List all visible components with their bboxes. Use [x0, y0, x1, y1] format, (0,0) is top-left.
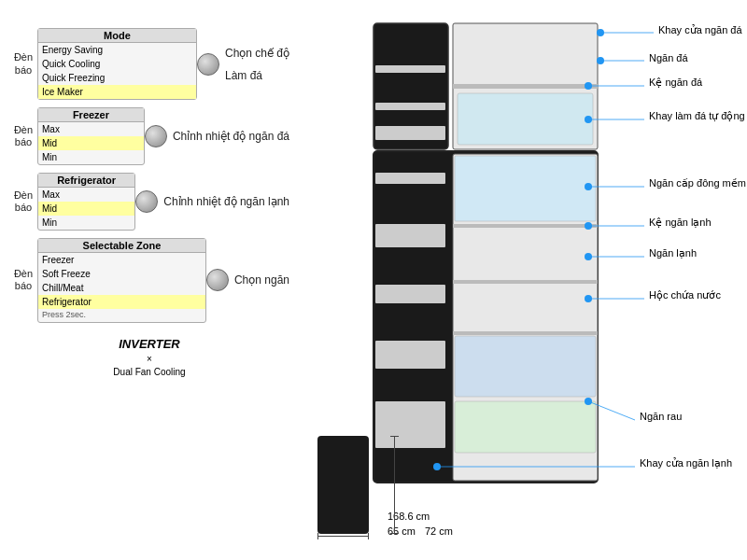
- freezer-mid: Mid: [38, 136, 144, 150]
- height-arrow: [394, 436, 395, 534]
- freezer-max: Max: [38, 122, 144, 136]
- led-label-fridge: Đèn báo: [9, 189, 37, 214]
- label-khay-cua-ngan-lanh: Khay cửa ngăn lạnh: [640, 457, 732, 469]
- svg-rect-19: [455, 336, 596, 397]
- led-label-zone: Đèn báo: [9, 268, 37, 292]
- svg-rect-6: [375, 126, 445, 140]
- fridge-max: Max: [38, 188, 134, 202]
- freezer-section: Đèn báo Freezer Max Mid Min Chỉnh nhiệt …: [9, 107, 289, 165]
- fridge-section: Đèn báo Refrigerator Max Mid Min Chỉnh n…: [9, 173, 289, 231]
- inverter-title: INVERTER: [119, 337, 180, 351]
- svg-rect-11: [453, 331, 598, 335]
- led-label-mode: Đèn báo: [9, 51, 37, 76]
- freezer-knob[interactable]: [145, 125, 167, 147]
- width-arrow-wrapper: [317, 536, 369, 537]
- svg-rect-10: [453, 280, 598, 284]
- annotation-fridge: Chỉnh nhiệt độ ngăn lạnh: [163, 195, 289, 208]
- svg-rect-13: [375, 173, 445, 184]
- label-khay-cua-ngan-da: Khay cửa ngăn đá: [658, 24, 742, 36]
- fridge-header: Refrigerator: [38, 174, 134, 188]
- svg-rect-16: [375, 341, 445, 369]
- fridge-mini-wrapper: [317, 436, 369, 537]
- freezer-min: Min: [38, 150, 144, 164]
- mode-knob[interactable]: [197, 53, 219, 76]
- label-khay-lam-da: Khay làm đá tự động: [649, 110, 745, 122]
- svg-rect-15: [375, 285, 445, 303]
- led-label-freezer: Đèn báo: [9, 124, 37, 148]
- inverter-label: INVERTER × Dual Fan Cooling: [9, 336, 289, 379]
- annotation-freezer: Chỉnh nhiệt độ ngăn đá: [173, 130, 289, 143]
- freezer-header: Freezer: [38, 108, 144, 122]
- label-ngan-lanh: Ngăn lạnh: [649, 247, 697, 259]
- fridge-mini-body: [317, 436, 369, 534]
- svg-rect-3: [458, 93, 593, 145]
- fridge-mid: Mid: [38, 202, 134, 216]
- fridge-knob[interactable]: [135, 190, 158, 213]
- zone-refrigerator: Refrigerator: [38, 295, 205, 309]
- right-panel: Khay cửa ngăn đá Ngăn đá Kệ ngăn đá Khay…: [299, 9, 738, 551]
- dim-width1: 65 cm: [388, 525, 416, 537]
- inverter-x: ×: [9, 353, 289, 366]
- svg-rect-5: [375, 103, 445, 110]
- zone-freezer: Freezer: [38, 253, 205, 267]
- dim-height: 168.6 cm: [388, 511, 453, 522]
- annotation-zone: Chọn ngăn: [234, 273, 289, 287]
- inverter-fan: Dual Fan Cooling: [9, 366, 289, 379]
- fridge-panel: Refrigerator Max Mid Min: [37, 173, 135, 231]
- label-ke-ngan-lanh: Kệ ngăn lạnh: [649, 217, 712, 229]
- zone-press-note: Press 2sec.: [38, 309, 205, 322]
- annotation-chon-che-do: Chọn chế độ: [225, 47, 289, 60]
- svg-rect-9: [453, 224, 598, 228]
- label-ngan-da: Ngăn đá: [649, 52, 688, 63]
- fridge-min: Min: [38, 216, 134, 230]
- zone-chill: Chill/Meat: [38, 281, 205, 295]
- mode-section: Đèn báo Mode Energy Saving Quick Cooling…: [9, 28, 289, 100]
- label-ke-ngan-da: Kệ ngăn đá: [649, 77, 702, 89]
- mode-row-quick-freezing: Quick Freezing: [38, 71, 196, 85]
- zone-panel: Selectable Zone Freezer Soft Freeze Chil…: [37, 238, 206, 323]
- zone-soft-freeze: Soft Freeze: [38, 267, 205, 281]
- mode-row-energy: Energy Saving: [38, 43, 196, 57]
- main-container: Đèn báo Mode Energy Saving Quick Cooling…: [0, 0, 747, 560]
- dim-width2: 72 cm: [425, 525, 453, 537]
- svg-rect-2: [453, 84, 598, 89]
- zone-knob[interactable]: [206, 269, 229, 291]
- label-ngan-cap-dong-mem: Ngăn cấp đông mềm: [649, 177, 746, 189]
- svg-rect-14: [375, 224, 445, 247]
- dimensions-section: 168.6 cm 65 cm 72 cm: [317, 436, 453, 537]
- label-hoc-chua-nuoc: Hộc chứa nước: [649, 289, 721, 301]
- zone-section: Đèn báo Selectable Zone Freezer Soft Fre…: [9, 238, 289, 323]
- freezer-panel: Freezer Max Mid Min: [37, 107, 145, 165]
- annotation-lam-da: Làm đá: [225, 69, 289, 82]
- svg-rect-4: [375, 65, 445, 73]
- mode-row-icemaker: Ice Maker: [38, 85, 196, 99]
- mode-header: Mode: [38, 29, 196, 43]
- svg-rect-12: [455, 401, 596, 453]
- zone-header: Selectable Zone: [38, 239, 205, 253]
- left-panel: Đèn báo Mode Energy Saving Quick Cooling…: [9, 9, 289, 551]
- svg-rect-18: [455, 156, 596, 221]
- freezer-door-open: [374, 23, 598, 149]
- label-ngan-rau: Ngăn rau: [640, 411, 682, 422]
- mode-panel: Mode Energy Saving Quick Cooling Quick F…: [37, 28, 197, 100]
- mode-row-quick-cooling: Quick Cooling: [38, 57, 196, 71]
